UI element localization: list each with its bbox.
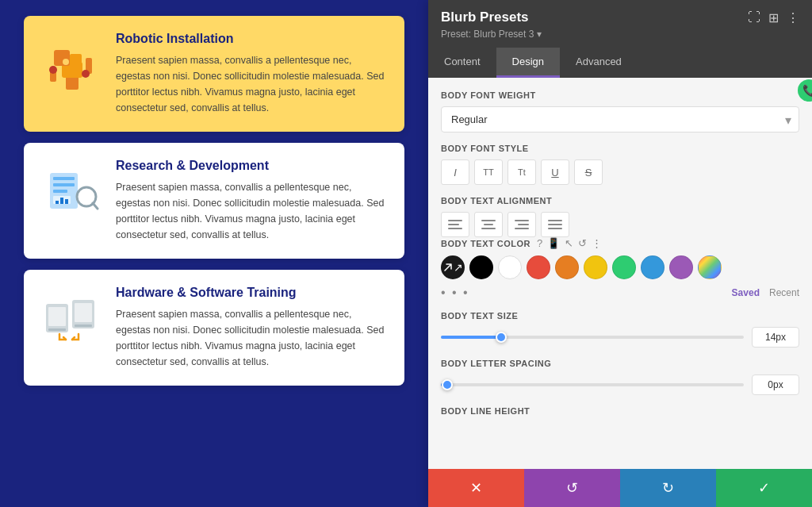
svg-rect-12 xyxy=(53,190,67,193)
body-text-size-slider-row: 14px xyxy=(441,327,799,348)
panel-body: Body Font Weight Regular Thin Light Medi… xyxy=(428,78,812,469)
svg-point-7 xyxy=(82,70,90,78)
font-style-row: I TT Tt U S xyxy=(441,159,799,185)
svg-point-8 xyxy=(49,66,57,74)
tab-advanced[interactable]: Advanced xyxy=(560,48,638,78)
svg-line-18 xyxy=(93,203,98,209)
color-header-row: Body Text Color ? 📱 ↖ ↺ ⋮ xyxy=(441,237,799,249)
blurb-title-research: Research & Development xyxy=(116,159,389,173)
align-right-button[interactable] xyxy=(508,212,536,237)
saved-colors-tab[interactable]: Saved xyxy=(732,287,760,298)
svg-rect-16 xyxy=(65,199,68,204)
body-text-size-input[interactable]: 14px xyxy=(752,327,799,348)
svg-rect-20 xyxy=(48,307,66,326)
color-swatch-yellow[interactable] xyxy=(584,255,607,279)
body-text-alignment-label: Body Text Alignment xyxy=(441,196,799,205)
panel-tabs: Content Design Advanced xyxy=(428,48,812,78)
color-header-icons: ? 📱 ↖ ↺ ⋮ xyxy=(537,237,602,249)
body-line-height-section: Body Line Height xyxy=(441,406,799,416)
panel-title: Blurb Presets xyxy=(441,10,529,25)
blurb-title-robotic: Robotic Installation xyxy=(116,32,389,46)
blurb-icon-research xyxy=(40,159,103,222)
color-swatch-blue[interactable] xyxy=(641,255,665,279)
body-font-weight-select[interactable]: Regular Thin Light Medium Bold Extra Bol… xyxy=(441,106,799,133)
color-swatch-gradient[interactable] xyxy=(698,255,722,279)
reset-icon[interactable]: ↺ xyxy=(578,237,587,249)
body-letter-spacing-slider-row: 0px xyxy=(441,374,799,395)
cursor-icon[interactable]: ↖ xyxy=(565,237,573,249)
left-panel: Robotic Installation Praesent sapien mas… xyxy=(0,0,428,507)
svg-rect-21 xyxy=(48,328,66,331)
underline-button[interactable]: U xyxy=(541,159,569,185)
color-swatch-purple[interactable] xyxy=(669,255,693,279)
more-options-icon[interactable]: ⋮ xyxy=(787,10,799,25)
right-panel: Blurb Presets ⛶ ⊞ ⋮ Preset: Blurb Preset… xyxy=(428,0,812,507)
blurb-content-robotic: Robotic Installation Praesent sapien mas… xyxy=(116,32,389,116)
svg-rect-14 xyxy=(56,201,59,204)
body-text-size-slider[interactable] xyxy=(441,336,744,339)
blurb-card-research: Research & Development Praesent sapien m… xyxy=(24,143,404,259)
align-center-button[interactable] xyxy=(474,212,503,237)
body-font-style-label: Body Font Style xyxy=(441,144,799,153)
svg-rect-10 xyxy=(53,177,75,180)
blurb-icon-hardware xyxy=(40,286,103,349)
expand-colors-button[interactable]: • • • xyxy=(441,286,469,300)
body-letter-spacing-input[interactable]: 0px xyxy=(752,374,799,395)
blurb-body-hardware: Praesent sapien massa, convallis a pelle… xyxy=(116,306,389,370)
uppercase-button[interactable]: TT xyxy=(474,159,503,185)
recent-colors-tab[interactable]: Recent xyxy=(769,287,799,298)
blurb-title-hardware: Hardware & Software Training xyxy=(116,286,389,300)
svg-rect-23 xyxy=(75,303,92,322)
blurb-card-hardware: Hardware & Software Training Praesent sa… xyxy=(24,270,404,386)
svg-rect-3 xyxy=(70,54,82,63)
body-font-weight-label: Body Font Weight xyxy=(441,90,799,100)
panel-header-top: Blurb Presets ⛶ ⊞ ⋮ xyxy=(441,10,799,25)
body-text-size-label: Body Text Size xyxy=(441,311,799,321)
fullscreen-icon[interactable]: ⛶ xyxy=(748,10,760,25)
tab-content[interactable]: Content xyxy=(428,48,496,78)
blurb-body-robotic: Praesent sapien massa, convallis a pelle… xyxy=(116,52,389,116)
cancel-button[interactable]: ✕ xyxy=(428,469,524,507)
tab-design[interactable]: Design xyxy=(496,48,560,78)
body-letter-spacing-slider[interactable] xyxy=(441,383,744,386)
color-swatch-active[interactable] xyxy=(441,255,465,279)
color-swatch-red[interactable] xyxy=(527,255,550,279)
strikethrough-button[interactable]: S xyxy=(574,159,603,185)
color-swatch-orange[interactable] xyxy=(555,255,579,279)
layout-icon[interactable]: ⊞ xyxy=(768,10,779,25)
panel-header-icons: ⛶ ⊞ ⋮ xyxy=(748,10,799,25)
blurb-body-research: Praesent sapien massa, convallis a pelle… xyxy=(116,179,389,243)
panel-preset[interactable]: Preset: Blurb Preset 3 ▾ xyxy=(441,29,799,40)
mobile-icon[interactable]: 📱 xyxy=(547,237,560,249)
help-icon[interactable]: ? xyxy=(537,237,542,249)
panel-header: Blurb Presets ⛶ ⊞ ⋮ Preset: Blurb Preset… xyxy=(428,0,812,48)
save-button[interactable]: ✓ xyxy=(716,469,812,507)
body-line-height-label: Body Line Height xyxy=(441,406,799,416)
body-text-color-label: Body Text Color xyxy=(441,239,530,248)
redo-button[interactable]: ↻ xyxy=(620,469,716,507)
svg-rect-15 xyxy=(60,198,63,204)
saved-recent: Saved Recent xyxy=(732,287,799,298)
capitalize-button[interactable]: Tt xyxy=(508,159,536,185)
align-justify-button[interactable] xyxy=(541,212,569,237)
color-swatch-black[interactable] xyxy=(469,255,493,279)
body-letter-spacing-label: Body Letter Spacing xyxy=(441,359,799,368)
color-row-bottom: • • • Saved Recent xyxy=(441,286,799,300)
menu-dots-icon[interactable]: ⋮ xyxy=(592,237,602,249)
svg-rect-24 xyxy=(75,325,92,327)
align-row xyxy=(441,212,799,237)
blurb-icon-robotic xyxy=(40,32,103,95)
blurb-content-hardware: Hardware & Software Training Praesent sa… xyxy=(116,286,389,370)
color-swatch-green[interactable] xyxy=(612,255,636,279)
undo-button[interactable]: ↺ xyxy=(524,469,620,507)
color-swatch-white[interactable] xyxy=(498,255,522,279)
body-font-weight-select-wrapper[interactable]: Regular Thin Light Medium Bold Extra Bol… xyxy=(441,106,799,133)
blurb-card-robotic: Robotic Installation Praesent sapien mas… xyxy=(24,16,404,132)
color-swatches xyxy=(441,255,799,279)
svg-rect-11 xyxy=(53,183,75,186)
italic-button[interactable]: I xyxy=(441,159,469,185)
panel-footer: ✕ ↺ ↻ ✓ xyxy=(428,469,812,507)
align-left-button[interactable] xyxy=(441,212,469,237)
svg-point-4 xyxy=(63,59,69,65)
blurb-content-research: Research & Development Praesent sapien m… xyxy=(116,159,389,243)
